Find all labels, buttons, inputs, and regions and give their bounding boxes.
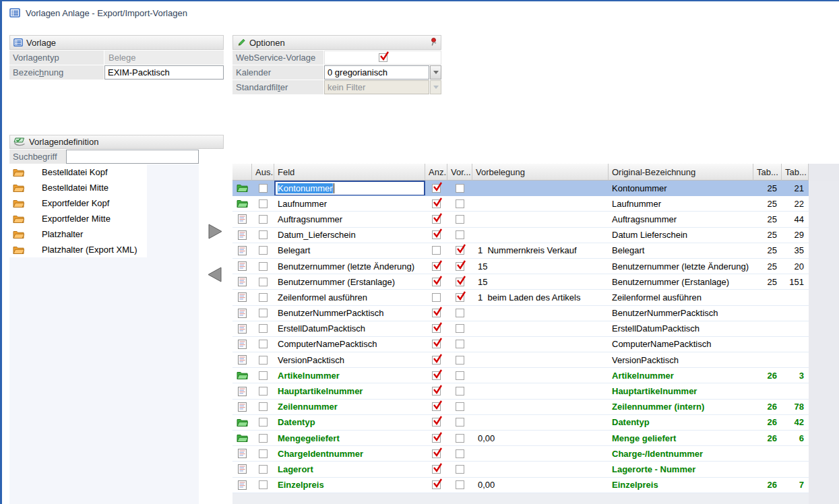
feld-cell[interactable]: Artikelnummer (274, 368, 425, 383)
aus-checkbox[interactable] (259, 215, 268, 224)
table-row[interactable]: DatentypDatentyp2642 (232, 415, 839, 431)
anz-checkbox[interactable] (432, 356, 441, 365)
table-row[interactable]: KontonummerKontonummer2521 (232, 181, 839, 196)
aus-checkbox[interactable] (259, 262, 268, 271)
feld-cell[interactable]: BenutzerNummerPacktisch (274, 306, 425, 321)
webservice-checkbox[interactable] (379, 53, 387, 62)
anz-checkbox[interactable] (432, 230, 441, 239)
feld-cell[interactable]: ComputerNamePacktisch (274, 337, 425, 352)
anz-checkbox[interactable] (432, 434, 441, 443)
anz-checkbox[interactable] (432, 480, 441, 489)
aus-checkbox[interactable] (259, 387, 268, 396)
aus-checkbox[interactable] (259, 402, 268, 411)
aus-checkbox[interactable] (259, 278, 268, 286)
feld-cell[interactable]: Laufnummer (274, 196, 425, 211)
feld-cell[interactable]: Lagerort (274, 462, 425, 476)
vor-checkbox[interactable] (456, 184, 464, 193)
table-row[interactable]: AuftragsnummerAuftragsnummer2544 (232, 212, 839, 227)
anz-checkbox[interactable] (432, 184, 441, 193)
anz-checkbox[interactable] (432, 449, 441, 458)
feld-cell[interactable]: Datentyp (274, 415, 425, 430)
tree-item[interactable]: Platzhalter (9, 226, 147, 242)
feld-cell[interactable]: Kontonummer (274, 181, 425, 195)
feld-cell[interactable]: Zeilennummer (274, 400, 425, 414)
vor-checkbox[interactable] (456, 215, 464, 224)
column-header-feld[interactable]: Feld (274, 164, 425, 181)
vor-checkbox[interactable] (456, 418, 464, 427)
tree-item[interactable]: Exportfelder Kopf (9, 195, 147, 211)
table-row[interactable]: ErstellDatumPacktischErstellDatumPacktis… (232, 321, 839, 337)
vor-checkbox[interactable] (456, 402, 464, 411)
anz-checkbox[interactable] (432, 262, 441, 271)
column-header-icon[interactable] (232, 164, 252, 181)
aus-checkbox[interactable] (259, 371, 268, 380)
table-row[interactable]: Einzelpreis0,00Einzelpreis267 (232, 478, 839, 493)
vor-checkbox[interactable] (456, 230, 464, 239)
search-input[interactable] (66, 150, 199, 164)
feld-cell[interactable]: Benutzernummer (letzte Änderung) (274, 259, 425, 274)
tree-item[interactable]: Bestelldatei Kopf (9, 164, 147, 180)
vor-checkbox[interactable] (456, 262, 464, 271)
vor-checkbox[interactable] (456, 480, 464, 489)
aus-checkbox[interactable] (259, 340, 268, 348)
anz-checkbox[interactable] (432, 278, 441, 286)
anz-checkbox[interactable] (432, 293, 441, 302)
feld-cell[interactable]: Belegart (274, 243, 425, 258)
table-row[interactable]: Zeilenformel ausführen1 beim Laden des A… (232, 290, 839, 305)
anz-checkbox[interactable] (432, 309, 441, 317)
table-row[interactable]: LaufnummerLaufnummer2522 (232, 196, 839, 212)
aus-checkbox[interactable] (259, 465, 268, 474)
column-header-originalbezeichnung[interactable]: Original-Bezeichnung (609, 164, 753, 181)
anz-checkbox[interactable] (432, 199, 441, 208)
anz-checkbox[interactable] (432, 418, 441, 427)
vor-checkbox[interactable] (456, 387, 464, 396)
column-header-aus[interactable]: Aus... (252, 164, 274, 181)
kalender-select[interactable] (324, 65, 429, 80)
feld-cell[interactable]: Auftragsnummer (274, 212, 425, 226)
vor-checkbox[interactable] (456, 278, 464, 286)
tree-item[interactable]: Bestelldatei Mitte (9, 180, 147, 195)
tree-item[interactable]: Platzhalter (Export XML) (9, 242, 147, 257)
table-row[interactable]: VersionPacktischVersionPacktisch (232, 352, 839, 368)
vor-checkbox[interactable] (456, 465, 464, 474)
feld-cell[interactable]: Datum_Lieferschein (274, 228, 425, 243)
table-row[interactable]: ComputerNamePacktischComputerNamePacktis… (232, 337, 839, 352)
aus-checkbox[interactable] (259, 356, 268, 365)
anz-checkbox[interactable] (432, 387, 441, 396)
table-row[interactable]: Belegart1 Nummernkreis VerkaufBelegart25… (232, 243, 839, 259)
vor-checkbox[interactable] (456, 324, 464, 333)
vor-checkbox[interactable] (456, 371, 464, 380)
feld-cell[interactable]: ErstellDatumPacktisch (274, 321, 425, 336)
vor-checkbox[interactable] (456, 199, 464, 208)
column-header-tab[interactable]: Tab... (782, 164, 809, 181)
vor-checkbox[interactable] (456, 309, 464, 317)
aus-checkbox[interactable] (259, 480, 268, 489)
column-header-vorbelegung[interactable]: Vorbelegung (472, 164, 609, 181)
aus-checkbox[interactable] (259, 418, 268, 427)
aus-checkbox[interactable] (259, 184, 268, 193)
table-row[interactable]: BenutzerNummerPacktischBenutzerNummerPac… (232, 306, 839, 321)
vor-checkbox[interactable] (456, 246, 464, 255)
vor-checkbox[interactable] (456, 434, 464, 443)
aus-checkbox[interactable] (259, 246, 268, 255)
anz-checkbox[interactable] (432, 402, 441, 411)
table-row[interactable]: Datum_LieferscheinDatum Lieferschein2529 (232, 228, 839, 243)
feld-cell[interactable]: VersionPacktisch (274, 352, 425, 367)
aus-checkbox[interactable] (259, 324, 268, 333)
feld-cell[interactable]: Einzelpreis (274, 478, 425, 493)
column-header-anz[interactable]: Anz... (425, 164, 447, 181)
table-row[interactable]: Mengegeliefert0,00Menge geliefert266 (232, 431, 839, 446)
feld-cell[interactable]: Benutzernummer (Erstanlage) (274, 274, 425, 289)
feld-cell[interactable]: Zeilenformel ausführen (274, 290, 425, 305)
feld-cell[interactable]: Mengegeliefert (274, 431, 425, 445)
vor-checkbox[interactable] (456, 340, 464, 348)
transfer-left-button[interactable] (206, 267, 222, 283)
anz-checkbox[interactable] (432, 246, 441, 255)
table-row[interactable]: Benutzernummer (Erstanlage)15Benutzernum… (232, 274, 839, 290)
table-row[interactable]: ZeilennummerZeilennummer (intern)2678 (232, 400, 839, 415)
anz-checkbox[interactable] (432, 215, 441, 224)
feld-edit-input[interactable]: Kontonummer (274, 181, 425, 195)
transfer-right-button[interactable] (208, 224, 224, 240)
column-header-vor[interactable]: Vor... (447, 164, 472, 181)
aus-checkbox[interactable] (259, 309, 268, 317)
